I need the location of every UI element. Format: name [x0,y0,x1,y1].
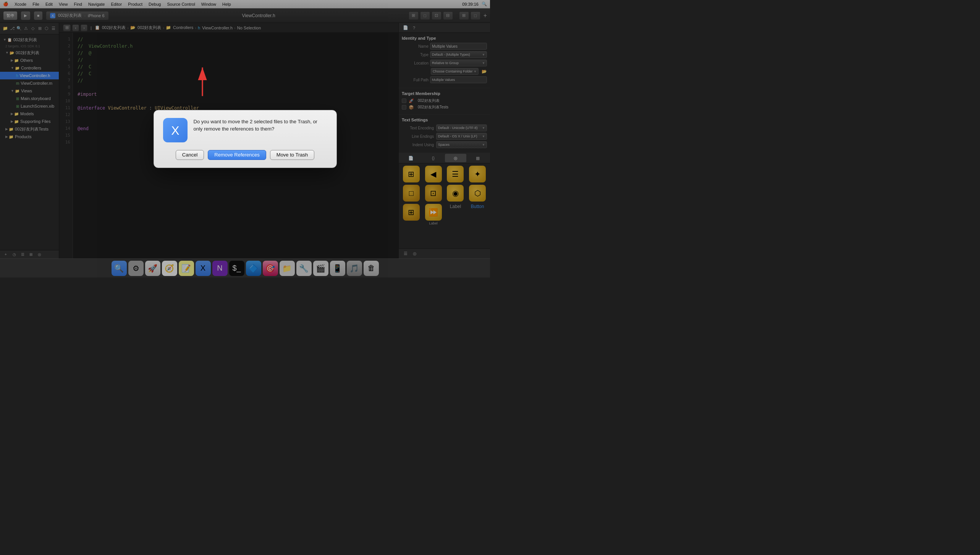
red-arrow-annotation [187,61,218,100]
move-to-trash-button[interactable]: Move to Trash [270,150,314,160]
editor-with-breadcrumb: ⊞ ‹ › | 📋 002好友列表 › 📂 002好友列表 › 📁 Contro… [59,23,398,258]
remove-references-button[interactable]: Remove References [208,150,266,160]
modal-content: X Do you want to move the 2 selected fil… [163,118,327,142]
modal-text: Do you want to move the 2 selected files… [194,118,327,133]
modal-question: Do you want to move the 2 selected files… [194,119,317,132]
cancel-button[interactable]: Cancel [176,150,204,160]
modal-buttons: Cancel Remove References Move to Trash [176,150,314,160]
svg-text:X: X [171,124,179,137]
modal-dialog: X Do you want to move the 2 selected fil… [154,110,337,168]
modal-overlay: X Do you want to move the 2 selected fil… [59,23,398,258]
modal-icon: X [163,118,188,142]
